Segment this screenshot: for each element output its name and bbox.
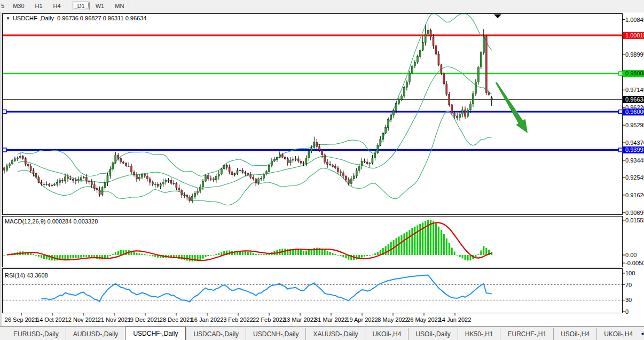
- timeframe-button-mn[interactable]: MN: [110, 2, 129, 10]
- price-axis-label: 1.00845: [625, 17, 643, 23]
- price-line-badge: 0.93993: [623, 146, 644, 153]
- window-left-edge: [0, 12, 2, 327]
- price-axis-label: 0.93445: [625, 157, 643, 164]
- toolbar-separator: [132, 3, 132, 9]
- rsi-panel-frame: [3, 269, 623, 313]
- symbol-tab-usdcad-daily[interactable]: USDCAD-,Daily: [186, 328, 246, 340]
- price-line-badge: 0.96634: [623, 96, 644, 103]
- tab-scroll-left-icon[interactable]: ◄: [640, 331, 644, 336]
- price-axis-label: 0.98995: [625, 51, 643, 58]
- price-axis-label: 0.90695: [625, 210, 643, 216]
- rsi-axis-label: 30: [625, 297, 632, 303]
- timeframe-button-d1[interactable]: D1: [73, 2, 90, 10]
- timeframe-buttons: M30H1H4D1W1MN: [7, 3, 135, 9]
- timeframe-button-h4[interactable]: H4: [49, 2, 66, 10]
- rsi-axis-label: 100: [625, 270, 635, 276]
- symbol-tab-xauusd-daily[interactable]: XAUUSD-,Daily: [305, 328, 365, 340]
- symbol-tab-audusd-daily[interactable]: AUDUSD-,Daily: [66, 328, 125, 340]
- price-line-badge: 0.96000: [623, 109, 644, 115]
- timeframe-button-m30[interactable]: M30: [8, 2, 29, 10]
- price-axis-label: 0.97145: [625, 87, 643, 93]
- tab-scroll-controls: ◄ ►: [640, 327, 644, 340]
- price-line-badge: 1.00015: [623, 32, 644, 39]
- toolbar-separator: [69, 3, 69, 9]
- symbol-tab-usdchf-daily[interactable]: USDCHF-,Daily: [125, 327, 186, 340]
- chart-canvas[interactable]: [0, 0, 644, 340]
- macd-indicator-label: MACD(12,26,9) 0.000284 0.003328: [5, 218, 98, 225]
- rsi-indicator-label: RSI(14) 43.3608: [5, 272, 48, 279]
- date-axis-label: 14 Jun 2022: [434, 316, 476, 323]
- timeframe-button-partial[interactable]: 5: [0, 2, 7, 10]
- timeframe-button-w1[interactable]: W1: [91, 2, 109, 10]
- macd-axis-label: 0.01555: [625, 217, 644, 223]
- price-axis-label: 0.95295: [625, 122, 643, 128]
- rsi-axis-label: 0: [625, 308, 629, 315]
- symbol-tab-usoil-h4[interactable]: USOil-,H4: [553, 328, 596, 340]
- price-axis-label: 0.92545: [625, 174, 643, 181]
- symbol-tab-usdcnh-daily[interactable]: USDCNH-,Daily: [246, 328, 305, 340]
- price-axis-label: 0.94370: [625, 140, 643, 146]
- rsi-axis-label: 70: [625, 282, 632, 288]
- symbol-tab-eurusd-daily[interactable]: EURUSD-,Daily: [6, 328, 66, 340]
- main-panel-frame: [3, 14, 623, 215]
- symbol-tab-ukoil-h4[interactable]: UKOil-,H4: [365, 328, 408, 340]
- macd-axis-label: -0.00507: [625, 260, 644, 266]
- symbol-tab-hk50-h1[interactable]: HK50-,H1: [458, 328, 500, 340]
- symbol-tabs: EURUSD-,DailyAUDUSD-,DailyUSDCHF-,DailyU…: [6, 327, 640, 340]
- macd-axis-label: 0.00: [625, 252, 637, 258]
- quote-symbol: USDCHF-,Daily: [13, 15, 54, 21]
- symbol-tab-usoil-daily[interactable]: USOil-,Daily: [408, 328, 457, 340]
- symbol-tab-ukoil-h4[interactable]: UKOil-,H4: [596, 328, 640, 340]
- price-line-badge: 0.98008: [623, 70, 644, 77]
- symbol-tab-eurchf-h1[interactable]: EURCHF-,H1: [500, 328, 553, 340]
- chart-tab-bar: EURUSD-,DailyAUDUSD-,DailyUSDCHF-,DailyU…: [0, 326, 644, 340]
- symbol-dropdown-icon[interactable]: ▼: [6, 16, 10, 21]
- quote-ohlc-values: 0.96736 0.96827 0.96311 0.96634: [57, 15, 146, 21]
- price-axis-label: 0.91620: [625, 192, 643, 198]
- timeframe-button-h1[interactable]: H1: [30, 2, 48, 10]
- timeframe-toolbar: 5 M30H1H4D1W1MN: [0, 0, 644, 12]
- quote-line: ▼USDCHF-,Daily 0.96736 0.96827 0.96311 0…: [6, 15, 146, 21]
